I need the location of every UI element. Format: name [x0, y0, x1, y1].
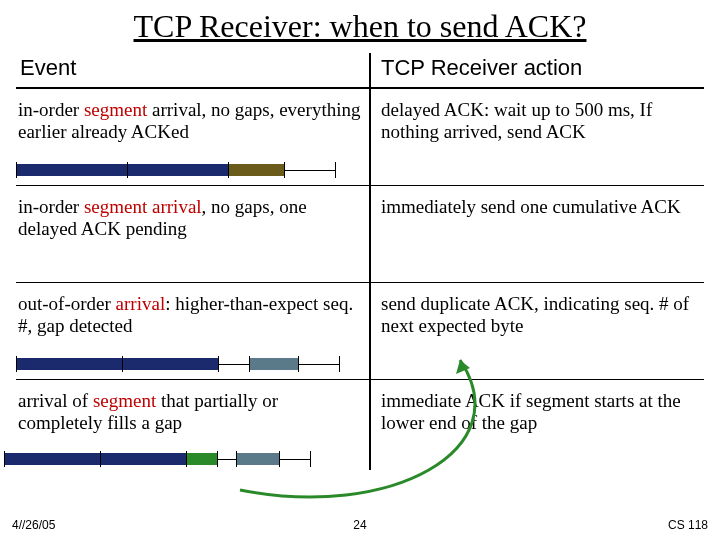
sequence-bar: [4, 452, 314, 466]
slide-footer: 4//26/05 24 CS 118: [0, 518, 720, 532]
event-text-highlight: segment: [93, 390, 156, 411]
header-event: Event: [16, 53, 371, 87]
event-cell: arrival of segment that partially or com…: [16, 380, 371, 470]
table-row: in-order segment arrival, no gaps, every…: [16, 89, 704, 186]
action-cell: immediately send one cumulative ACK: [371, 186, 704, 282]
event-text-pre: in-order: [18, 196, 84, 217]
header-row: Event TCP Receiver action: [16, 53, 704, 89]
action-cell: send duplicate ACK, indicating seq. # of…: [371, 283, 704, 379]
header-action: TCP Receiver action: [371, 53, 704, 87]
event-cell: in-order segment arrival, no gaps, one d…: [16, 186, 371, 282]
slide-title: TCP Receiver: when to send ACK?: [0, 0, 720, 49]
table-row: arrival of segment that partially or com…: [16, 380, 704, 470]
event-cell: out-of-order arrival: higher-than-expect…: [16, 283, 371, 379]
event-text-highlight: segment arrival: [84, 196, 202, 217]
action-cell: immediate ACK if segment starts at the l…: [371, 380, 704, 470]
event-cell: in-order segment arrival, no gaps, every…: [16, 89, 371, 185]
table-row: in-order segment arrival, no gaps, one d…: [16, 186, 704, 283]
footer-date: 4//26/05: [12, 518, 55, 532]
event-text-pre: in-order: [18, 99, 84, 120]
event-text-pre: out-of-order: [18, 293, 116, 314]
event-text-pre: arrival of: [18, 390, 93, 411]
table-row: out-of-order arrival: higher-than-expect…: [16, 283, 704, 380]
ack-table: Event TCP Receiver action in-order segme…: [16, 53, 704, 470]
action-cell: delayed ACK: wait up to 500 ms, If nothi…: [371, 89, 704, 185]
sequence-bar: [16, 357, 346, 371]
event-text-highlight: arrival: [116, 293, 166, 314]
sequence-bar: [16, 163, 346, 177]
footer-page: 24: [353, 518, 366, 532]
footer-course: CS 118: [668, 518, 708, 532]
event-text-highlight: segment: [84, 99, 147, 120]
